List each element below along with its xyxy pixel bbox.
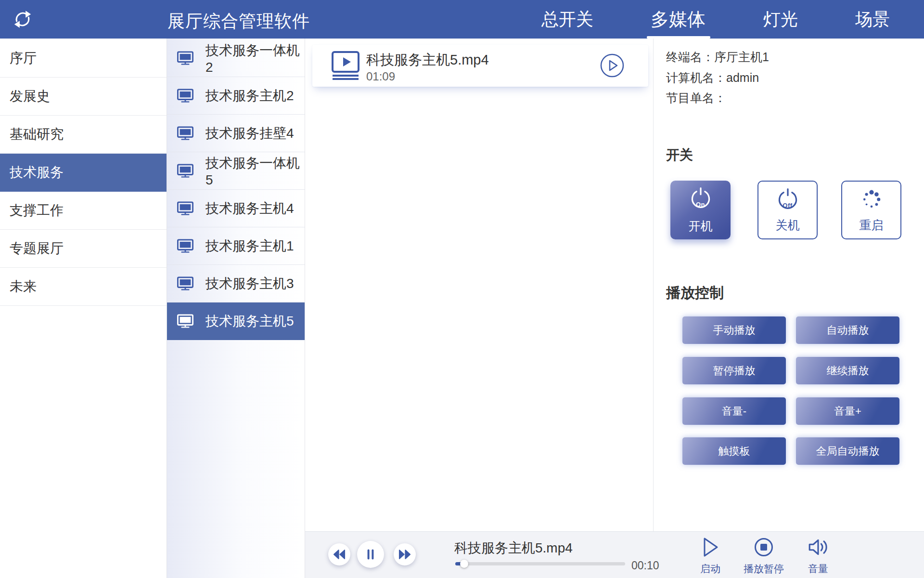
media-duration: 01:09 bbox=[366, 70, 395, 83]
manual-play-button[interactable]: 手动播放 bbox=[682, 316, 786, 344]
playlist-name-line: 节目单名： bbox=[666, 90, 726, 106]
computer-name-line: 计算机名：admin bbox=[666, 70, 759, 86]
tab-master-switch[interactable]: 总开关 bbox=[541, 0, 593, 39]
media-filename: 科技服务主机5.mp4 bbox=[366, 51, 489, 70]
play-circle-icon[interactable] bbox=[600, 53, 625, 78]
touchpad-button[interactable]: 触摸板 bbox=[682, 437, 786, 465]
button-label: 手动播放 bbox=[713, 323, 756, 338]
device-item[interactable]: 技术服务挂壁4 bbox=[167, 115, 305, 152]
volume-up-button[interactable]: 音量+ bbox=[796, 397, 899, 425]
volume-icon bbox=[808, 536, 829, 558]
monitor-icon bbox=[177, 164, 193, 178]
player-bar: 科技服务主机5.mp4 00:10 启动 播放暂停 音量 bbox=[305, 531, 924, 578]
sidebar-item-weilai[interactable]: 未来 bbox=[0, 268, 167, 306]
current-time: 00:10 bbox=[631, 559, 659, 572]
media-list-item[interactable]: 科技服务主机5.mp4 01:09 bbox=[312, 45, 648, 87]
device-item[interactable]: 技术服务主机2 bbox=[167, 77, 305, 115]
power-on-icon-text: On bbox=[670, 201, 731, 208]
sidebar-item-label: 序厅 bbox=[10, 49, 37, 67]
volume-label: 音量 bbox=[808, 562, 828, 576]
device-item-label: 技术服务挂壁4 bbox=[205, 124, 294, 143]
fast-forward-icon bbox=[398, 549, 411, 560]
sidebar-item-label: 支撑工作 bbox=[10, 201, 64, 220]
power-off-icon-text: Off bbox=[758, 202, 817, 209]
pause-play-button[interactable]: 暂停播放 bbox=[682, 357, 786, 384]
terminal-name-label: 终端名： bbox=[666, 50, 714, 64]
power-off-button[interactable]: Off 关机 bbox=[757, 181, 818, 239]
sidebar-item-zhuantizhanting[interactable]: 专题展厅 bbox=[0, 230, 167, 268]
monitor-icon bbox=[177, 89, 193, 103]
fast-forward-button[interactable] bbox=[394, 543, 416, 565]
device-item-label: 技术服务一体机5 bbox=[205, 154, 305, 188]
refresh-icon[interactable] bbox=[13, 9, 33, 29]
device-item[interactable]: 技术服务主机4 bbox=[167, 190, 305, 227]
button-label: 触摸板 bbox=[719, 444, 750, 459]
sidebar-item-label: 未来 bbox=[10, 277, 37, 296]
restart-label: 重启 bbox=[842, 217, 900, 233]
button-label: 继续播放 bbox=[827, 364, 869, 378]
terminal-name-line: 终端名：序厅主机1 bbox=[666, 49, 769, 65]
device-item-label: 技术服务主机3 bbox=[205, 275, 294, 293]
terminal-name-value: 序厅主机1 bbox=[714, 50, 769, 64]
sidebar-item-label: 基础研究 bbox=[10, 125, 64, 144]
device-item-label: 技术服务主机1 bbox=[205, 237, 294, 255]
zone-sidebar: 序厅 发展史 基础研究 技术服务 支撑工作 专题展厅 未来 bbox=[0, 39, 167, 578]
sidebar-item-label: 专题展厅 bbox=[10, 239, 64, 258]
button-label: 暂停播放 bbox=[713, 364, 756, 378]
volume-down-button[interactable]: 音量- bbox=[682, 397, 786, 425]
computer-name-value: admin bbox=[726, 71, 759, 84]
sidebar-item-jishufuwu[interactable]: 技术服务 bbox=[0, 154, 167, 192]
tab-label: 场景 bbox=[855, 8, 890, 31]
sidebar-item-label: 发展史 bbox=[10, 87, 50, 105]
sidebar-item-fazhanshi[interactable]: 发展史 bbox=[0, 78, 167, 116]
top-bar: 展厅综合管理软件 总开关 多媒体 灯光 场景 bbox=[0, 0, 924, 39]
play-icon bbox=[701, 536, 720, 558]
monitor-icon bbox=[177, 239, 193, 253]
power-on-button[interactable]: On 开机 bbox=[670, 181, 731, 239]
sidebar-item-zhichenggongzuo[interactable]: 支撑工作 bbox=[0, 192, 167, 230]
resume-play-button[interactable]: 继续播放 bbox=[796, 357, 899, 384]
power-off-label: 关机 bbox=[758, 217, 817, 233]
tab-lighting[interactable]: 灯光 bbox=[763, 0, 798, 39]
tab-label: 总开关 bbox=[541, 8, 593, 31]
progress-bar[interactable] bbox=[455, 562, 625, 565]
restart-button[interactable]: 重启 bbox=[841, 181, 901, 239]
device-item[interactable]: 技术服务一体机5 bbox=[167, 152, 305, 190]
global-auto-play-button[interactable]: 全局自动播放 bbox=[796, 437, 899, 465]
tab-label: 多媒体 bbox=[651, 7, 706, 32]
monitor-icon bbox=[177, 314, 193, 328]
device-item-selected[interactable]: 技术服务主机5 bbox=[167, 302, 305, 340]
play-stop-button[interactable]: 播放暂停 bbox=[734, 536, 793, 576]
button-label: 全局自动播放 bbox=[816, 444, 880, 459]
button-label: 音量+ bbox=[834, 404, 861, 419]
tab-multimedia[interactable]: 多媒体 bbox=[651, 0, 706, 39]
button-label: 自动播放 bbox=[827, 323, 869, 338]
monitor-icon bbox=[177, 126, 193, 140]
pause-button[interactable] bbox=[357, 541, 384, 568]
device-item-label: 技术服务主机4 bbox=[205, 199, 294, 218]
media-list-panel: 科技服务主机5.mp4 01:09 bbox=[305, 39, 653, 531]
pause-icon bbox=[365, 548, 376, 561]
playlist-name-label: 节目单名： bbox=[666, 91, 726, 105]
play-stop-label: 播放暂停 bbox=[744, 562, 784, 576]
monitor-icon bbox=[177, 276, 193, 290]
now-playing-filename: 科技服务主机5.mp4 bbox=[454, 539, 573, 557]
button-label: 音量- bbox=[722, 404, 746, 419]
sidebar-item-jichuyanjiu[interactable]: 基础研究 bbox=[0, 116, 167, 154]
tab-scene[interactable]: 场景 bbox=[855, 0, 890, 39]
device-item[interactable]: 技术服务主机3 bbox=[167, 265, 305, 302]
app-title: 展厅综合管理软件 bbox=[167, 10, 310, 33]
volume-button[interactable]: 音量 bbox=[798, 536, 838, 576]
device-list: 技术服务一体机2 技术服务主机2 技术服务挂壁4 技术服务一体机5 技术服务主机… bbox=[167, 39, 305, 578]
device-item-label: 技术服务主机2 bbox=[205, 87, 294, 105]
monitor-icon bbox=[177, 51, 193, 65]
sidebar-item-xuting[interactable]: 序厅 bbox=[0, 39, 167, 78]
device-item[interactable]: 技术服务一体机2 bbox=[167, 39, 305, 77]
progress-knob[interactable] bbox=[460, 560, 468, 568]
start-button[interactable]: 启动 bbox=[691, 536, 730, 576]
sidebar-item-label: 技术服务 bbox=[10, 163, 64, 182]
device-item-label: 技术服务一体机2 bbox=[205, 41, 305, 75]
auto-play-button[interactable]: 自动播放 bbox=[796, 316, 899, 344]
device-item[interactable]: 技术服务主机1 bbox=[167, 227, 305, 265]
rewind-button[interactable] bbox=[328, 543, 350, 565]
